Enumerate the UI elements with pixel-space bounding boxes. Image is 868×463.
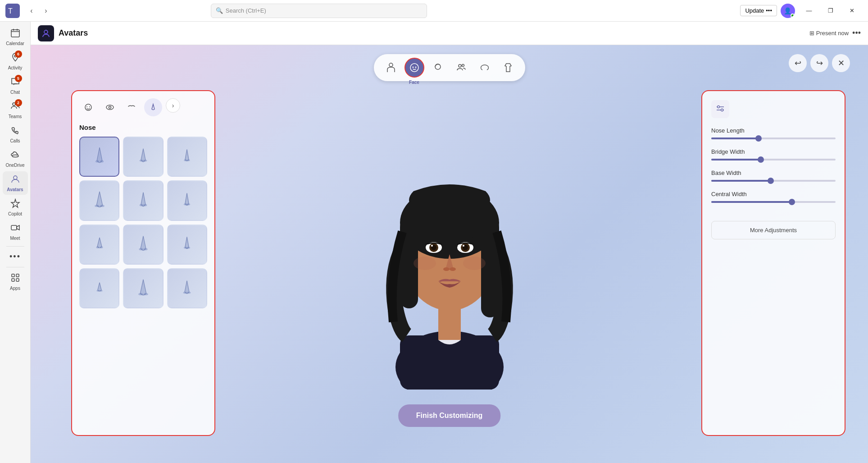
chat-icon: 5 [10,77,20,89]
category-accessories-button[interactable] [475,58,495,78]
nose-item-11[interactable] [123,268,163,308]
svg-rect-1 [11,30,19,37]
more-adjustments-button[interactable]: More Adjustments [711,221,836,239]
avatar-center [355,119,544,390]
app-title: Avatars [59,28,88,38]
svg-point-40 [187,203,191,205]
redo-button[interactable]: ↪ [810,54,828,72]
slider-nose-length: Nose Length [711,127,836,139]
base-width-track[interactable] [711,180,836,182]
restore-button[interactable]: ❐ [820,4,841,18]
nose-grid [79,137,207,308]
face-tab-eyes[interactable] [101,98,119,116]
finish-customizing-button[interactable]: Finish Customizing [398,404,501,427]
nose-item-7[interactable] [79,225,119,265]
bridge-width-track[interactable] [711,159,836,160]
central-width-track[interactable] [711,201,836,203]
sidebar-item-more[interactable]: ••• [3,249,28,264]
minimize-button[interactable]: — [799,4,819,18]
svg-point-8 [12,155,18,157]
bridge-width-label: Bridge Width [711,148,836,155]
update-more-icon: ••• [766,7,772,14]
nose-length-track[interactable] [711,138,836,139]
svg-rect-55 [438,308,461,340]
slider-central-width: Central Width [711,191,836,203]
right-panel: Nose Length Bridge Width Bas [701,90,845,436]
nose-length-thumb[interactable] [755,135,762,142]
sidebar-label-onedrive: OneDrive [5,163,24,168]
nose-item-10[interactable] [79,268,119,308]
window-controls: — ❐ ✕ [799,4,863,18]
central-width-thumb[interactable] [789,199,795,205]
sidebar-item-copilot[interactable]: Copilot [3,196,28,219]
sidebar-item-calendar[interactable]: Calendar [3,25,28,49]
sidebar-item-activity[interactable]: 6 Activity [3,50,28,73]
nose-item-6[interactable] [167,180,207,220]
nav-forward-button[interactable]: › [40,5,52,17]
svg-point-34 [187,159,190,161]
svg-point-30 [100,160,103,162]
category-hair-button[interactable] [428,58,448,78]
nose-item-12[interactable] [167,268,207,308]
svg-point-67 [463,245,464,247]
central-width-label: Central Width [711,191,836,197]
face-tab-faceshape[interactable] [79,98,97,116]
svg-point-47 [96,290,100,291]
customization-area: Face ↩ ↪ ✕ [31,45,868,463]
category-clothing-button[interactable] [498,58,518,78]
sidebar-item-onedrive[interactable]: OneDrive [3,147,28,170]
search-bar[interactable]: 🔍 Search (Ctrl+E) [211,4,427,18]
sidebar-label-chat: Chat [10,90,20,95]
nose-item-4[interactable] [79,180,119,220]
sidebar-item-apps[interactable]: Apps [3,270,28,293]
present-now-button[interactable]: ⊞ Present now [809,30,849,37]
svg-point-22 [459,64,461,67]
top-bar-more-button[interactable]: ••• [852,28,861,38]
online-status-dot [791,14,795,18]
bridge-width-thumb[interactable] [758,156,764,163]
sidebar-item-avatars[interactable]: Avatars [3,171,28,195]
sidebar-label-apps: Apps [10,286,20,291]
sidebar-item-teams[interactable]: 2 Teams [3,98,28,122]
nose-item-8[interactable] [123,225,163,265]
adjust-icon-button[interactable] [711,100,729,118]
svg-text:T: T [8,7,13,15]
svg-point-33 [184,159,187,161]
nose-item-5[interactable] [123,180,163,220]
nav-back-button[interactable]: ‹ [25,5,38,17]
svg-point-35 [95,205,99,207]
sidebar-item-calls[interactable]: Calls [3,123,28,146]
svg-point-26 [89,106,90,107]
nose-item-2[interactable] [123,137,163,177]
svg-rect-11 [11,225,17,230]
category-body-button[interactable] [381,58,401,78]
toolbar-actions: ↩ ↪ ✕ [789,54,850,72]
face-tab-next[interactable]: › [166,98,180,113]
undo-button[interactable]: ↩ [789,54,807,72]
sidebar-item-meet[interactable]: Meet [3,220,28,243]
svg-point-28 [109,106,111,109]
user-avatar-button[interactable]: 👤 [781,4,795,18]
nose-item-9[interactable] [167,225,207,265]
svg-point-23 [462,64,464,67]
update-button[interactable]: Update ••• [740,5,777,16]
category-face-button[interactable]: Face [404,58,424,78]
more-icon: ••• [9,252,21,261]
left-panel-title: Nose [79,124,207,131]
nose-item-1[interactable] [79,137,119,177]
svg-rect-14 [12,279,14,281]
close-customization-button[interactable]: ✕ [832,54,850,72]
sidebar-label-meet: Meet [10,236,20,241]
calls-icon [10,125,20,138]
avatar-initials: 👤 [784,7,791,14]
svg-point-50 [144,293,148,295]
nose-item-3[interactable] [167,137,207,177]
sidebar-item-chat[interactable]: 5 Chat [3,74,28,97]
base-width-thumb[interactable] [768,178,774,184]
face-tab-eyebrows[interactable] [123,98,141,116]
face-tab-nose[interactable] [144,98,162,116]
close-button[interactable]: ✕ [842,4,863,18]
sidebar-label-teams: Teams [9,114,22,119]
category-group-button[interactable] [451,58,471,78]
sidebar: Calendar 6 Activity 5 Chat 2 Teams [0,22,31,463]
